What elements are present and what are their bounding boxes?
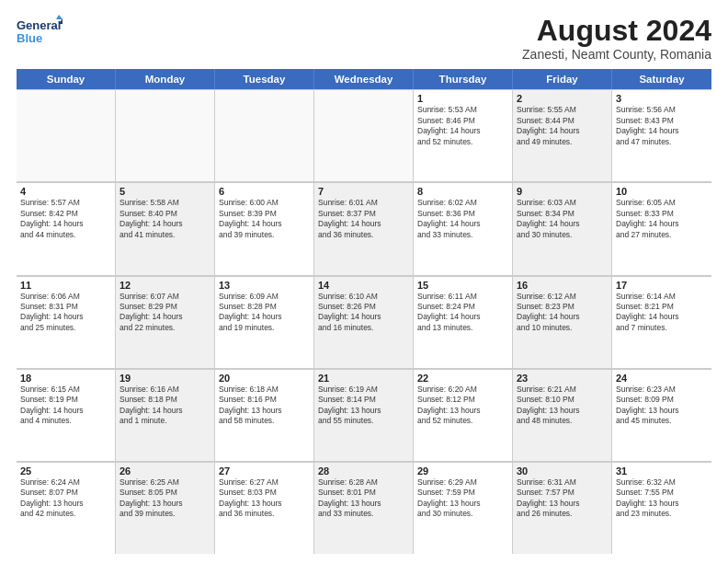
weekday-header: Friday [513, 69, 612, 89]
day-number: 28 [318, 465, 409, 477]
day-number: 12 [119, 280, 210, 291]
day-number: 2 [517, 93, 608, 104]
svg-marker-2 [56, 15, 63, 19]
weekday-header: Sunday [17, 69, 116, 89]
svg-text:Blue: Blue [17, 31, 42, 45]
calendar-body: 1Sunrise: 5:53 AM Sunset: 8:46 PM Daylig… [17, 89, 711, 554]
day-number: 11 [20, 280, 111, 291]
day-cell: 25Sunrise: 6:24 AM Sunset: 8:07 PM Dayli… [17, 462, 116, 554]
day-number: 16 [517, 280, 608, 291]
day-cell: 16Sunrise: 6:12 AM Sunset: 8:23 PM Dayli… [513, 276, 612, 368]
day-info: Sunrise: 6:02 AM Sunset: 8:36 PM Dayligh… [417, 198, 508, 240]
day-cell: 11Sunrise: 6:06 AM Sunset: 8:31 PM Dayli… [17, 276, 116, 368]
day-info: Sunrise: 6:31 AM Sunset: 7:57 PM Dayligh… [517, 477, 608, 520]
day-cell: 29Sunrise: 6:29 AM Sunset: 7:59 PM Dayli… [414, 462, 513, 554]
day-info: Sunrise: 6:03 AM Sunset: 8:34 PM Dayligh… [517, 198, 608, 240]
calendar-header: SundayMondayTuesdayWednesdayThursdayFrid… [17, 69, 711, 89]
day-number: 24 [616, 373, 708, 384]
day-number: 27 [219, 465, 310, 477]
day-info: Sunrise: 5:57 AM Sunset: 8:42 PM Dayligh… [20, 198, 111, 240]
day-number: 29 [417, 465, 508, 477]
day-cell: 2Sunrise: 5:55 AM Sunset: 8:44 PM Daylig… [513, 89, 612, 181]
day-cell: 17Sunrise: 6:14 AM Sunset: 8:21 PM Dayli… [612, 276, 711, 368]
day-number: 4 [20, 186, 111, 197]
subtitle: Zanesti, Neamt County, Romania [522, 47, 711, 62]
empty-cell [215, 89, 314, 181]
day-cell: 21Sunrise: 6:19 AM Sunset: 8:14 PM Dayli… [314, 369, 414, 461]
day-cell: 12Sunrise: 6:07 AM Sunset: 8:29 PM Dayli… [116, 276, 215, 368]
day-number: 20 [219, 373, 310, 384]
day-number: 26 [119, 465, 210, 477]
day-number: 14 [318, 280, 409, 291]
day-number: 21 [318, 373, 409, 384]
day-info: Sunrise: 5:56 AM Sunset: 8:43 PM Dayligh… [616, 105, 708, 147]
empty-cell [116, 89, 215, 181]
day-info: Sunrise: 6:27 AM Sunset: 8:03 PM Dayligh… [219, 477, 310, 520]
calendar-row: 18Sunrise: 6:15 AM Sunset: 8:19 PM Dayli… [17, 369, 711, 462]
weekday-header: Thursday [414, 69, 513, 89]
day-cell: 30Sunrise: 6:31 AM Sunset: 7:57 PM Dayli… [513, 462, 612, 554]
calendar-row: 25Sunrise: 6:24 AM Sunset: 8:07 PM Dayli… [17, 462, 711, 554]
day-cell: 22Sunrise: 6:20 AM Sunset: 8:12 PM Dayli… [414, 369, 513, 461]
title-block: August 2024 Zanesti, Neamt County, Roman… [522, 15, 711, 62]
day-number: 5 [119, 186, 210, 197]
day-number: 10 [616, 186, 708, 197]
day-cell: 14Sunrise: 6:10 AM Sunset: 8:26 PM Dayli… [314, 276, 414, 368]
day-number: 22 [417, 373, 508, 384]
weekday-header: Saturday [612, 69, 711, 89]
day-cell: 9Sunrise: 6:03 AM Sunset: 8:34 PM Daylig… [513, 182, 612, 274]
day-cell: 8Sunrise: 6:02 AM Sunset: 8:36 PM Daylig… [414, 182, 513, 274]
main-title: August 2024 [522, 15, 711, 47]
day-info: Sunrise: 6:21 AM Sunset: 8:10 PM Dayligh… [517, 385, 608, 427]
day-number: 6 [219, 186, 310, 197]
day-info: Sunrise: 6:19 AM Sunset: 8:14 PM Dayligh… [318, 385, 409, 427]
weekday-header: Tuesday [215, 69, 314, 89]
weekday-header: Wednesday [314, 69, 414, 89]
day-cell: 4Sunrise: 5:57 AM Sunset: 8:42 PM Daylig… [17, 182, 116, 274]
day-number: 15 [417, 280, 508, 291]
day-info: Sunrise: 6:05 AM Sunset: 8:33 PM Dayligh… [616, 198, 708, 240]
day-number: 30 [517, 465, 608, 477]
day-cell: 26Sunrise: 6:25 AM Sunset: 8:05 PM Dayli… [116, 462, 215, 554]
day-info: Sunrise: 6:16 AM Sunset: 8:18 PM Dayligh… [119, 385, 210, 427]
day-info: Sunrise: 6:24 AM Sunset: 8:07 PM Dayligh… [20, 477, 111, 520]
svg-text:General: General [17, 18, 61, 32]
day-number: 7 [318, 186, 409, 197]
day-number: 31 [616, 465, 708, 477]
day-info: Sunrise: 6:14 AM Sunset: 8:21 PM Dayligh… [616, 292, 708, 334]
logo: General Blue [17, 15, 63, 52]
day-number: 13 [219, 280, 310, 291]
day-number: 8 [417, 186, 508, 197]
day-cell: 6Sunrise: 6:00 AM Sunset: 8:39 PM Daylig… [215, 182, 314, 274]
day-number: 17 [616, 280, 708, 291]
day-info: Sunrise: 6:07 AM Sunset: 8:29 PM Dayligh… [119, 292, 210, 334]
calendar-row: 4Sunrise: 5:57 AM Sunset: 8:42 PM Daylig… [17, 182, 711, 275]
day-info: Sunrise: 6:20 AM Sunset: 8:12 PM Dayligh… [417, 385, 508, 427]
calendar: SundayMondayTuesdayWednesdayThursdayFrid… [17, 69, 711, 554]
empty-cell [17, 89, 116, 181]
day-info: Sunrise: 6:25 AM Sunset: 8:05 PM Dayligh… [119, 477, 210, 520]
day-cell: 20Sunrise: 6:18 AM Sunset: 8:16 PM Dayli… [215, 369, 314, 461]
day-cell: 31Sunrise: 6:32 AM Sunset: 7:55 PM Dayli… [612, 462, 711, 554]
day-number: 1 [417, 93, 508, 104]
day-info: Sunrise: 6:18 AM Sunset: 8:16 PM Dayligh… [219, 385, 310, 427]
day-number: 23 [517, 373, 608, 384]
day-number: 19 [119, 373, 210, 384]
day-info: Sunrise: 6:10 AM Sunset: 8:26 PM Dayligh… [318, 292, 409, 334]
day-info: Sunrise: 6:28 AM Sunset: 8:01 PM Dayligh… [318, 477, 409, 520]
day-cell: 3Sunrise: 5:56 AM Sunset: 8:43 PM Daylig… [612, 89, 711, 181]
day-cell: 5Sunrise: 5:58 AM Sunset: 8:40 PM Daylig… [116, 182, 215, 274]
empty-cell [314, 89, 414, 181]
day-cell: 19Sunrise: 6:16 AM Sunset: 8:18 PM Dayli… [116, 369, 215, 461]
day-cell: 10Sunrise: 6:05 AM Sunset: 8:33 PM Dayli… [612, 182, 711, 274]
day-info: Sunrise: 6:29 AM Sunset: 7:59 PM Dayligh… [417, 477, 508, 520]
day-cell: 13Sunrise: 6:09 AM Sunset: 8:28 PM Dayli… [215, 276, 314, 368]
day-cell: 18Sunrise: 6:15 AM Sunset: 8:19 PM Dayli… [17, 369, 116, 461]
day-cell: 28Sunrise: 6:28 AM Sunset: 8:01 PM Dayli… [314, 462, 414, 554]
day-cell: 24Sunrise: 6:23 AM Sunset: 8:09 PM Dayli… [612, 369, 711, 461]
calendar-row: 11Sunrise: 6:06 AM Sunset: 8:31 PM Dayli… [17, 276, 711, 369]
day-info: Sunrise: 6:06 AM Sunset: 8:31 PM Dayligh… [20, 292, 111, 334]
page: General Blue August 2024 Zanesti, Neamt … [0, 0, 728, 563]
day-info: Sunrise: 6:23 AM Sunset: 8:09 PM Dayligh… [616, 385, 708, 427]
header: General Blue August 2024 Zanesti, Neamt … [17, 15, 711, 62]
